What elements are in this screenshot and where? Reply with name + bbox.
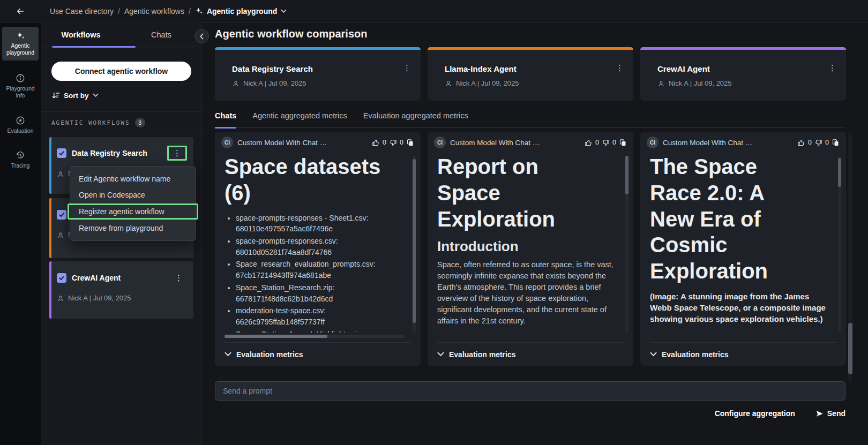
workflow-accent-bar <box>49 261 51 319</box>
workflow-checkbox[interactable] <box>57 273 66 283</box>
collapse-panel-button[interactable] <box>194 29 209 43</box>
evaluation-metrics-toggle[interactable]: Evaluation metrics <box>225 342 411 366</box>
breadcrumb-agentic-workflows[interactable]: Agentic workflows <box>124 7 184 16</box>
panel-tabs: Workflows Chats <box>41 22 201 47</box>
thumbs-up-icon[interactable] <box>585 139 593 147</box>
history-icon <box>16 150 25 160</box>
card-meta: Nick A | Jul 09, 2025 <box>657 79 837 87</box>
chat-response-content[interactable]: Report on Space Exploration Introduction… <box>437 153 618 333</box>
breadcrumb-use-case-directory[interactable]: Use Case directory <box>50 7 114 16</box>
workflow-accent-bar <box>49 137 51 194</box>
chat-response-content[interactable]: Space datasets (6) space-prompts-respons… <box>225 153 406 333</box>
list-item: Space_Station_Annual_Highlights.zip: <box>236 329 406 333</box>
evaluation-metrics-toggle[interactable]: Evaluation metrics <box>437 342 624 366</box>
evaluation-metrics-label: Evaluation metrics <box>662 350 729 359</box>
chat-panel-header: CI Custom Model With Chat I... 0 0 <box>215 132 421 153</box>
page-vertical-scrollbar[interactable] <box>848 132 852 382</box>
nav-item-evaluation[interactable]: Evaluation <box>2 111 39 139</box>
workflow-accent-bar <box>49 198 51 258</box>
person-icon <box>445 80 452 87</box>
model-avatar: CI <box>434 137 446 148</box>
thumbs-down-count: 0 <box>612 139 616 146</box>
list-item: Space_research_evaluation_prompts.csv: 6… <box>236 259 406 281</box>
thumbs-up-count: 0 <box>383 139 386 146</box>
tab-chats[interactable]: Chats <box>121 22 201 47</box>
breadcrumb-current[interactable]: Agentic playground <box>195 7 287 16</box>
breadcrumb-separator: / <box>189 7 191 16</box>
sparkle-icon <box>16 31 25 40</box>
thumbs-up-icon[interactable] <box>372 139 380 147</box>
panel-vertical-scrollbar[interactable] <box>625 156 628 333</box>
nav-item-playground-info[interactable]: Playground info <box>2 69 39 103</box>
panel-horizontal-scrollbar[interactable] <box>225 335 405 338</box>
scrollbar-thumb[interactable] <box>413 159 416 323</box>
card-accent-bar <box>428 47 633 50</box>
comparison-tabs: Chats Agentic aggregated metrics Evaluat… <box>215 111 845 128</box>
workflow-item-crewai-agent[interactable]: CrewAI Agent ⋮ Nick A | Jul 09, 2025 <box>49 261 193 319</box>
list-item: moderation-test-space.csv: 6626c9795ffab… <box>236 305 406 327</box>
copy-icon[interactable] <box>619 139 627 147</box>
card-kebab-menu[interactable]: ⋮ <box>403 63 411 73</box>
person-icon <box>57 170 64 178</box>
nav-item-agentic-playground[interactable]: Agentic playground <box>2 27 39 61</box>
card-meta: Nick A | Jul 09, 2025 <box>232 79 412 87</box>
card-title: CrewAI Agent <box>657 64 837 73</box>
card-data-registry-search[interactable]: Data Registry Search Nick A | Jul 09, 20… <box>215 47 421 101</box>
model-name: Custom Model With Chat I... <box>450 139 540 147</box>
menu-item-edit-workflow-name[interactable]: Edit Agentic workflow name <box>70 171 196 187</box>
card-llama-index-agent[interactable]: Llama-Index Agent Nick A | Jul 09, 2025 … <box>428 47 633 101</box>
response-heading: The Space Race 2.0: A New Era of Cosmic … <box>650 154 808 284</box>
panel-vertical-scrollbar[interactable] <box>838 156 841 333</box>
workflow-kebab-menu-highlighted[interactable]: ⋮ <box>167 146 187 161</box>
tab-agentic-aggregated-metrics[interactable]: Agentic aggregated metrics <box>252 111 347 127</box>
evaluation-metrics-toggle[interactable]: Evaluation metrics <box>650 342 836 366</box>
chevron-down-icon <box>225 352 231 357</box>
sort-by-control[interactable]: Sort by <box>51 91 99 100</box>
scrollbar-thumb[interactable] <box>225 335 327 338</box>
dataset-list: space-prompts-responses - Sheet1.csv: 68… <box>225 213 406 333</box>
menu-item-register-agentic-workflow[interactable]: Register agentic workflow <box>68 203 198 220</box>
tab-evaluation-aggregated-metrics[interactable]: Evaluation aggregated metrics <box>363 111 468 127</box>
nav-item-tracing[interactable]: Tracing <box>2 146 39 174</box>
send-button[interactable]: Send <box>815 409 845 418</box>
back-button[interactable] <box>13 4 28 19</box>
tab-workflows[interactable]: Workflows <box>41 22 121 47</box>
card-crewai-agent[interactable]: CrewAI Agent Nick A | Jul 09, 2025 ⋮ <box>640 47 846 101</box>
chat-panel-crewai-agent: CI Custom Model With Chat I... 0 0 <box>640 132 846 366</box>
list-item: space-prompts-responses.csv: 68010d05281… <box>236 236 406 258</box>
nav-item-label: Evaluation <box>7 127 33 134</box>
nav-item-label: Agentic playground <box>3 42 38 56</box>
card-kebab-menu[interactable]: ⋮ <box>616 63 624 73</box>
card-meta-text: Nick A | Jul 09, 2025 <box>456 79 519 87</box>
configure-aggregation-button[interactable]: Configure aggregation <box>715 409 795 418</box>
menu-item-open-in-codespace[interactable]: Open in Codespace <box>70 187 196 203</box>
scrollbar-thumb[interactable] <box>625 156 628 194</box>
thumbs-up-count: 0 <box>808 139 812 146</box>
thumbs-down-icon[interactable] <box>389 139 397 147</box>
workflow-kebab-menu[interactable]: ⋮ <box>170 272 187 283</box>
connect-agentic-workflow-button[interactable]: Connect agentic workflow <box>51 62 191 81</box>
chat-panel-data-registry-search: CI Custom Model With Chat I... 0 0 <box>215 132 421 366</box>
page-title: Agentic workflow comparison <box>215 28 367 40</box>
chat-response-content[interactable]: The Space Race 2.0: A New Era of Cosmic … <box>650 153 831 333</box>
top-bar: Use Case directory / Agentic workflows /… <box>0 0 868 22</box>
thumbs-down-count: 0 <box>825 139 829 146</box>
tab-chats-main[interactable]: Chats <box>215 111 236 127</box>
thumbs-up-icon[interactable] <box>797 139 805 147</box>
model-name: Custom Model With Chat I... <box>237 139 327 147</box>
breadcrumb: Use Case directory / Agentic workflows /… <box>50 7 287 16</box>
card-kebab-menu[interactable]: ⋮ <box>828 63 836 73</box>
thumbs-down-icon[interactable] <box>814 139 822 147</box>
copy-icon[interactable] <box>832 139 840 147</box>
scrollbar-thumb[interactable] <box>848 323 852 374</box>
evaluation-metrics-label: Evaluation metrics <box>449 350 516 359</box>
scrollbar-thumb[interactable] <box>838 158 841 187</box>
workflow-checkbox[interactable] <box>57 148 66 158</box>
workflow-checkbox[interactable] <box>57 210 66 220</box>
copy-icon[interactable] <box>406 139 414 147</box>
thumbs-down-icon[interactable] <box>602 139 610 147</box>
panel-vertical-scrollbar[interactable] <box>413 156 416 333</box>
prompt-input[interactable] <box>215 381 845 401</box>
menu-item-remove-from-playground[interactable]: Remove from playground <box>70 220 196 236</box>
card-title: Data Registry Search <box>232 64 412 73</box>
